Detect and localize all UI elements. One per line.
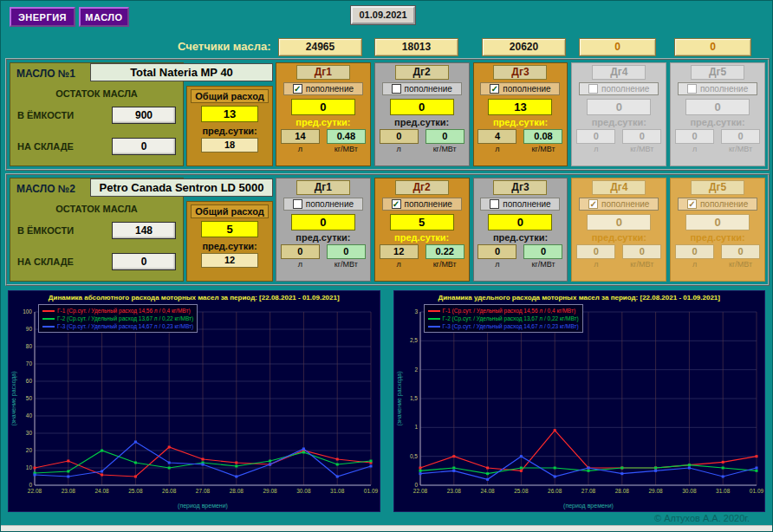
svg-text:30: 30 <box>26 430 33 436</box>
charts-row: Динамика абсолютного расхода моторных ма… <box>8 290 765 512</box>
unit-liters-label: л <box>675 145 714 153</box>
refill-checkbox-row: пополнение <box>579 82 659 95</box>
refill-checkbox <box>687 84 697 94</box>
refill-checkbox[interactable] <box>392 84 401 94</box>
refill-label: пополнение <box>601 84 649 94</box>
unit-kg-mwt-label: кг/МВт <box>327 145 366 153</box>
prev-day-specific-value: 0 <box>523 244 562 259</box>
prev-day-values: 0 0 <box>672 129 763 144</box>
svg-text:28.08: 28.08 <box>230 488 244 494</box>
warehouse-row: НА СКЛАДЕ 0 <box>17 138 176 155</box>
svg-text:0: 0 <box>29 482 32 488</box>
unit-row: л кг/МВт <box>277 260 369 269</box>
oil1-total-block: Общий расход 13 пред.сутки: 18 <box>186 86 273 166</box>
refill-checkbox-row[interactable]: ✓ пополнение <box>382 198 462 211</box>
total-consumption-value: 5 <box>201 221 258 237</box>
total-prev-value: 12 <box>201 253 258 268</box>
warehouse-label: НА СКЛАДЕ <box>17 256 74 267</box>
legend-entry: Г-1 (Ср.сут. / Удельный расход 14,56 л /… <box>428 307 579 315</box>
prev-day-liters-value: 0 <box>576 129 615 144</box>
unit-row: л кг/МВт <box>376 145 468 153</box>
total-consumption-value: 13 <box>201 106 258 122</box>
refill-checkbox[interactable]: ✓ <box>490 84 499 94</box>
legend-entry: Г-1 (Ср.сут. / Удельный расход 14,56 л /… <box>42 307 193 315</box>
legend-entry: Г-3 (Ср.сут. / Удельный расход 14,67 л /… <box>42 322 193 330</box>
prev-day-values: 0 0 <box>573 244 665 259</box>
oil-monitoring-screen: ЭНЕРГИЯ МАСЛО 01.09.2021 Счетчики масла:… <box>0 0 773 532</box>
unit-row: л кг/МВт <box>475 145 567 153</box>
refill-label: пополнение <box>405 84 452 94</box>
prev-day-liters-value: 0 <box>477 244 516 259</box>
oil-page-button[interactable]: МАСЛО <box>79 7 129 27</box>
prev-day-specific-value: 0 <box>622 129 661 144</box>
svg-text:25.08: 25.08 <box>514 488 529 494</box>
refill-checkbox-row[interactable]: пополнение <box>480 198 560 211</box>
refill-label: пополнение <box>306 199 354 209</box>
date-display[interactable]: 01.09.2021 <box>351 6 415 24</box>
unit-liters-label: л <box>675 260 714 269</box>
svg-text:30.08: 30.08 <box>682 488 697 494</box>
prev-day-specific-value: 0 <box>622 244 661 259</box>
prev-day-specific-value: 0.08 <box>523 129 562 144</box>
generator-title: Дг3 <box>493 180 547 195</box>
svg-text:40: 40 <box>26 412 33 418</box>
unit-liters-label: л <box>281 260 320 269</box>
refill-checkbox-row[interactable]: пополнение <box>382 82 462 95</box>
prev-day-specific-value: 0 <box>425 129 464 144</box>
generator-column-1-3: Дг3 ✓ пополнение 13 пред.сутки: 4 0.08 л… <box>473 62 568 166</box>
energy-page-button[interactable]: ЭНЕРГИЯ <box>10 7 75 27</box>
prev-day-label: пред.сутки: <box>277 117 369 127</box>
refill-checkbox-row[interactable]: пополнение <box>283 198 363 211</box>
unit-row: л кг/МВт <box>672 145 763 153</box>
svg-text:22.08: 22.08 <box>412 488 427 494</box>
svg-text:26.08: 26.08 <box>548 488 562 494</box>
prev-day-liters-value: 0 <box>380 129 419 144</box>
prev-day-label: пред.сутки: <box>672 117 763 127</box>
refill-checkbox[interactable]: ✓ <box>392 199 401 209</box>
unit-row: л кг/МВт <box>376 260 468 269</box>
refill-checkbox[interactable]: ✓ <box>293 84 302 94</box>
refill-checkbox-row[interactable]: ✓ пополнение <box>283 82 363 95</box>
daily-consumption-value: 13 <box>488 99 552 115</box>
refill-label: пополнение <box>700 199 748 209</box>
unit-liters-label: л <box>380 260 419 269</box>
svg-text:50: 50 <box>26 395 33 401</box>
chart-title: Динамика удельного расхода моторных масе… <box>394 294 765 302</box>
prev-day-liters-value: 4 <box>477 129 516 144</box>
generator-title: Дг5 <box>691 65 744 80</box>
prev-day-values: 12 0.22 <box>376 244 468 259</box>
prev-day-label: пред.сутки: <box>475 117 567 127</box>
refill-checkbox-row[interactable]: ✓ пополнение <box>480 82 560 95</box>
daily-consumption-value: 0 <box>390 99 454 115</box>
oil2-total-block: Общий расход 5 пред.сутки: 12 <box>186 201 273 282</box>
warehouse-value: 0 <box>112 138 176 155</box>
unit-row: л кг/МВт <box>672 260 763 269</box>
remains-label: ОСТАТОК МАСЛА <box>10 204 183 214</box>
prev-day-label: пред.сутки: <box>573 117 665 127</box>
generator-column-2-5: Дг5 ✓ пополнение 0 пред.сутки: 0 0 л кг/… <box>670 178 765 282</box>
svg-text:0,5: 0,5 <box>409 453 417 459</box>
oil2-generator-columns: Дг1 пополнение 0 пред.сутки: 0 0 л кг/МВ… <box>276 178 765 282</box>
prev-day-liters-value: 0 <box>675 129 714 144</box>
svg-text:25.08: 25.08 <box>128 488 143 494</box>
legend-line-swatch <box>428 310 440 312</box>
oil2-panel-title: МАСЛО №2 <box>16 183 75 195</box>
chart-legend: Г-1 (Ср.сут. / Удельный расход 14,56 л /… <box>424 304 583 333</box>
svg-text:70: 70 <box>26 360 33 367</box>
refill-checkbox[interactable] <box>293 199 302 209</box>
prev-day-liters-value: 0 <box>576 244 615 259</box>
svg-text:100: 100 <box>23 308 32 315</box>
refill-label: пополнение <box>306 84 354 94</box>
svg-text:1,5: 1,5 <box>409 395 417 401</box>
svg-text:01.09: 01.09 <box>749 488 763 494</box>
refill-checkbox-row: ✓ пополнение <box>579 198 659 211</box>
tank-value: 148 <box>112 222 176 239</box>
refill-checkbox-row: пополнение <box>678 82 757 95</box>
svg-text:(значение расхода): (значение расхода) <box>396 371 403 425</box>
prev-day-label: пред.сутки: <box>187 241 272 251</box>
refill-checkbox[interactable] <box>490 199 499 209</box>
prev-day-specific-value: 0 <box>721 244 760 259</box>
unit-liters-label: л <box>477 145 516 153</box>
prev-day-values: 0 0 <box>672 244 763 259</box>
svg-text:31.08: 31.08 <box>716 488 731 494</box>
